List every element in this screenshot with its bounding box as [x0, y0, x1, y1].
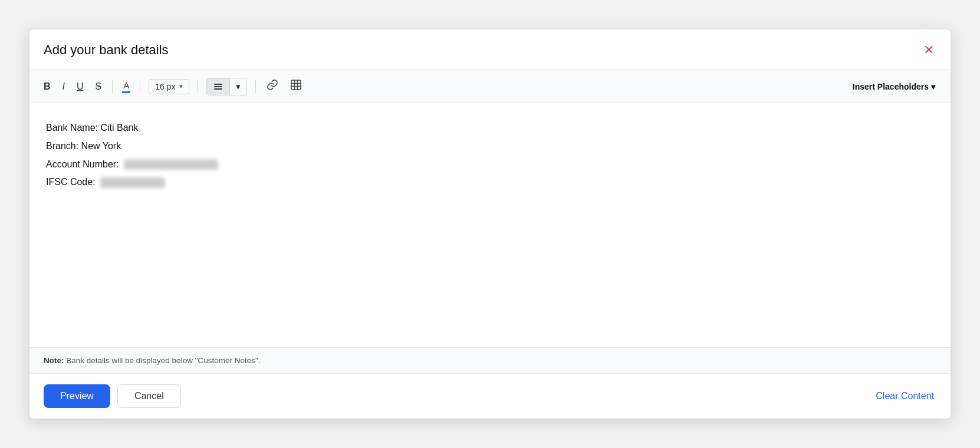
note-text: Bank details will be displayed below "Cu…: [66, 356, 260, 365]
color-bar: [122, 91, 130, 93]
table-button[interactable]: [285, 76, 307, 97]
align-chevron: ▾: [236, 81, 241, 92]
table-icon: [290, 79, 302, 91]
modal-header: Add your bank details ✕: [29, 29, 951, 70]
svg-rect-3: [291, 80, 301, 90]
editor-content[interactable]: Bank Name: Citi Bank Branch: New York Ac…: [29, 103, 951, 347]
link-icon: [267, 79, 278, 91]
align-dropdown-button[interactable]: ▾: [230, 78, 246, 95]
bold-button[interactable]: B: [39, 79, 55, 94]
italic-button[interactable]: I: [58, 79, 70, 94]
bank-name-text: Bank Name: Citi Bank: [46, 120, 139, 137]
close-button[interactable]: ✕: [921, 41, 936, 59]
toolbar-divider-4: [255, 80, 256, 93]
add-bank-details-modal: Add your bank details ✕ B I U S A 16 px …: [29, 29, 951, 419]
align-group: ▾: [206, 78, 247, 95]
svg-rect-2: [214, 88, 222, 90]
align-icon: [213, 81, 223, 92]
insert-placeholders-label: Insert Placeholders: [853, 82, 929, 91]
editor-line-3: Account Number:: [46, 156, 934, 173]
color-letter: A: [123, 80, 129, 90]
account-number-prefix: Account Number:: [46, 156, 119, 173]
strikethrough-button[interactable]: S: [91, 79, 107, 94]
ifsc-code-placeholder: [100, 177, 165, 188]
font-size-label: 16 px: [155, 82, 175, 91]
font-size-chevron: ▾: [179, 83, 183, 90]
editor-line-2: Branch: New York: [46, 138, 934, 155]
toolbar-divider-2: [140, 80, 140, 93]
font-size-button[interactable]: 16 px ▾: [149, 79, 189, 94]
align-button[interactable]: [207, 78, 229, 95]
text-color-button[interactable]: A: [119, 78, 134, 95]
svg-rect-0: [214, 84, 222, 85]
modal-title: Add your bank details: [44, 42, 169, 58]
note-bar: Note: Bank details will be displayed bel…: [29, 347, 951, 373]
editor-line-1: Bank Name: Citi Bank: [46, 120, 934, 137]
modal-footer: Preview Cancel Clear Content: [29, 373, 951, 419]
editor-line-4: IFSC Code:: [46, 174, 934, 191]
footer-left-actions: Preview Cancel: [44, 384, 181, 408]
svg-rect-1: [214, 86, 222, 87]
branch-text: Branch: New York: [46, 138, 121, 155]
underline-button[interactable]: U: [72, 79, 88, 94]
link-button[interactable]: [262, 76, 283, 97]
clear-content-button[interactable]: Clear Content: [873, 385, 936, 407]
account-number-placeholder: [124, 159, 218, 170]
editor-toolbar: B I U S A 16 px ▾ ▾: [29, 70, 951, 103]
note-label: Note:: [44, 356, 64, 365]
insert-placeholders-button[interactable]: Insert Placeholders ▾: [847, 79, 941, 94]
ifsc-code-prefix: IFSC Code:: [46, 174, 96, 191]
preview-button[interactable]: Preview: [44, 384, 110, 408]
insert-placeholders-chevron: ▾: [931, 82, 935, 91]
toolbar-divider-3: [198, 80, 198, 93]
cancel-button[interactable]: Cancel: [117, 384, 181, 408]
toolbar-divider-1: [112, 80, 113, 93]
